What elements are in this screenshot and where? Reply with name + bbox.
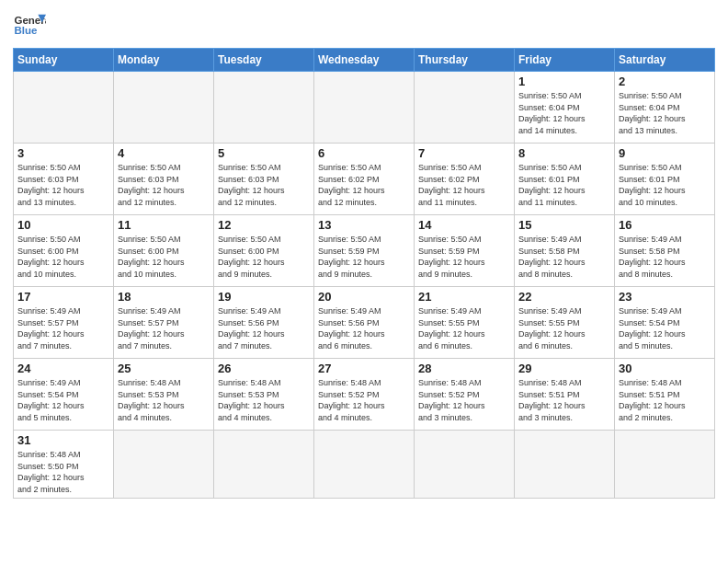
- calendar-cell: 26Sunrise: 5:48 AM Sunset: 5:53 PM Dayli…: [214, 359, 314, 431]
- calendar-week-row: 24Sunrise: 5:49 AM Sunset: 5:54 PM Dayli…: [14, 359, 715, 431]
- calendar-cell: 14Sunrise: 5:50 AM Sunset: 5:59 PM Dayli…: [415, 215, 515, 287]
- day-number: 8: [518, 146, 610, 160]
- calendar-table: SundayMondayTuesdayWednesdayThursdayFrid…: [13, 48, 715, 499]
- day-info: Sunrise: 5:49 AM Sunset: 5:54 PM Dayligh…: [619, 305, 711, 351]
- day-number: 15: [518, 218, 610, 232]
- day-number: 12: [218, 218, 310, 232]
- calendar-cell: [415, 72, 515, 144]
- calendar-cell: 6Sunrise: 5:50 AM Sunset: 6:02 PM Daylig…: [314, 144, 415, 215]
- day-number: 22: [518, 290, 610, 304]
- day-info: Sunrise: 5:49 AM Sunset: 5:55 PM Dayligh…: [418, 305, 510, 351]
- header: General Blue: [13, 9, 715, 42]
- day-number: 21: [418, 290, 510, 304]
- weekday-header-friday: Friday: [515, 49, 615, 72]
- day-info: Sunrise: 5:49 AM Sunset: 5:57 PM Dayligh…: [17, 305, 109, 351]
- day-info: Sunrise: 5:48 AM Sunset: 5:50 PM Dayligh…: [17, 449, 109, 495]
- calendar-cell: [214, 72, 314, 144]
- calendar-cell: [515, 431, 615, 499]
- calendar-cell: 7Sunrise: 5:50 AM Sunset: 6:02 PM Daylig…: [415, 144, 515, 215]
- calendar-cell: 9Sunrise: 5:50 AM Sunset: 6:01 PM Daylig…: [615, 144, 715, 215]
- day-number: 16: [619, 218, 711, 232]
- calendar-week-row: 10Sunrise: 5:50 AM Sunset: 6:00 PM Dayli…: [14, 215, 715, 287]
- calendar-week-row: 17Sunrise: 5:49 AM Sunset: 5:57 PM Dayli…: [14, 287, 715, 359]
- weekday-header-tuesday: Tuesday: [214, 49, 314, 72]
- calendar-cell: 2Sunrise: 5:50 AM Sunset: 6:04 PM Daylig…: [615, 72, 715, 144]
- day-info: Sunrise: 5:50 AM Sunset: 5:59 PM Dayligh…: [418, 234, 510, 280]
- day-info: Sunrise: 5:50 AM Sunset: 6:04 PM Dayligh…: [518, 90, 610, 136]
- day-info: Sunrise: 5:49 AM Sunset: 5:58 PM Dayligh…: [518, 234, 610, 280]
- day-number: 30: [619, 362, 711, 375]
- day-info: Sunrise: 5:49 AM Sunset: 5:55 PM Dayligh…: [518, 305, 610, 351]
- calendar-cell: 30Sunrise: 5:48 AM Sunset: 5:51 PM Dayli…: [615, 359, 715, 431]
- day-number: 7: [418, 146, 510, 160]
- day-info: Sunrise: 5:50 AM Sunset: 6:01 PM Dayligh…: [619, 162, 711, 208]
- calendar-cell: 5Sunrise: 5:50 AM Sunset: 6:03 PM Daylig…: [214, 144, 314, 215]
- day-info: Sunrise: 5:50 AM Sunset: 6:01 PM Dayligh…: [518, 162, 610, 208]
- day-info: Sunrise: 5:50 AM Sunset: 6:02 PM Dayligh…: [418, 162, 510, 208]
- calendar-cell: 21Sunrise: 5:49 AM Sunset: 5:55 PM Dayli…: [415, 287, 515, 359]
- day-number: 1: [518, 75, 610, 88]
- calendar-cell: [314, 431, 415, 499]
- day-number: 28: [418, 362, 510, 375]
- calendar-cell: 15Sunrise: 5:49 AM Sunset: 5:58 PM Dayli…: [515, 215, 615, 287]
- calendar-week-row: 3Sunrise: 5:50 AM Sunset: 6:03 PM Daylig…: [14, 144, 715, 215]
- calendar-cell: 31Sunrise: 5:48 AM Sunset: 5:50 PM Dayli…: [14, 431, 114, 499]
- day-info: Sunrise: 5:48 AM Sunset: 5:51 PM Dayligh…: [518, 377, 610, 423]
- weekday-header-sunday: Sunday: [14, 49, 114, 72]
- day-number: 4: [118, 146, 210, 160]
- day-number: 17: [17, 290, 109, 304]
- day-info: Sunrise: 5:50 AM Sunset: 6:03 PM Dayligh…: [218, 162, 310, 208]
- day-number: 2: [619, 75, 711, 88]
- day-info: Sunrise: 5:48 AM Sunset: 5:53 PM Dayligh…: [218, 377, 310, 423]
- calendar-week-row: 1Sunrise: 5:50 AM Sunset: 6:04 PM Daylig…: [14, 72, 715, 144]
- weekday-header-wednesday: Wednesday: [314, 49, 415, 72]
- day-number: 20: [318, 290, 410, 304]
- day-info: Sunrise: 5:49 AM Sunset: 5:56 PM Dayligh…: [218, 305, 310, 351]
- generalblue-icon: General Blue: [13, 9, 46, 42]
- day-number: 11: [118, 218, 210, 232]
- day-number: 24: [17, 362, 109, 375]
- weekday-header-monday: Monday: [114, 49, 214, 72]
- calendar-cell: 10Sunrise: 5:50 AM Sunset: 6:00 PM Dayli…: [14, 215, 114, 287]
- calendar-cell: [314, 72, 415, 144]
- calendar-cell: 1Sunrise: 5:50 AM Sunset: 6:04 PM Daylig…: [515, 72, 615, 144]
- calendar-cell: [114, 72, 214, 144]
- calendar-cell: 4Sunrise: 5:50 AM Sunset: 6:03 PM Daylig…: [114, 144, 214, 215]
- day-info: Sunrise: 5:50 AM Sunset: 6:00 PM Dayligh…: [218, 234, 310, 280]
- page: General Blue SundayMondayTuesdayWednesda…: [0, 0, 728, 563]
- day-info: Sunrise: 5:49 AM Sunset: 5:58 PM Dayligh…: [619, 234, 711, 280]
- day-number: 6: [318, 146, 410, 160]
- calendar-cell: [14, 72, 114, 144]
- calendar-cell: 29Sunrise: 5:48 AM Sunset: 5:51 PM Dayli…: [515, 359, 615, 431]
- day-info: Sunrise: 5:50 AM Sunset: 5:59 PM Dayligh…: [318, 234, 410, 280]
- calendar-cell: 23Sunrise: 5:49 AM Sunset: 5:54 PM Dayli…: [615, 287, 715, 359]
- calendar-cell: 24Sunrise: 5:49 AM Sunset: 5:54 PM Dayli…: [14, 359, 114, 431]
- calendar-cell: [214, 431, 314, 499]
- day-number: 27: [318, 362, 410, 375]
- day-info: Sunrise: 5:48 AM Sunset: 5:52 PM Dayligh…: [418, 377, 510, 423]
- weekday-header-thursday: Thursday: [415, 49, 515, 72]
- day-info: Sunrise: 5:48 AM Sunset: 5:51 PM Dayligh…: [619, 377, 711, 423]
- day-info: Sunrise: 5:49 AM Sunset: 5:54 PM Dayligh…: [17, 377, 109, 423]
- day-number: 31: [17, 433, 109, 447]
- day-info: Sunrise: 5:50 AM Sunset: 6:00 PM Dayligh…: [17, 234, 109, 280]
- day-number: 18: [118, 290, 210, 304]
- day-number: 13: [318, 218, 410, 232]
- day-number: 10: [17, 218, 109, 232]
- day-info: Sunrise: 5:48 AM Sunset: 5:53 PM Dayligh…: [118, 377, 210, 423]
- weekday-header-saturday: Saturday: [615, 49, 715, 72]
- svg-text:Blue: Blue: [14, 25, 38, 36]
- calendar-cell: 11Sunrise: 5:50 AM Sunset: 6:00 PM Dayli…: [114, 215, 214, 287]
- day-info: Sunrise: 5:50 AM Sunset: 6:02 PM Dayligh…: [318, 162, 410, 208]
- calendar-cell: [114, 431, 214, 499]
- calendar-cell: [615, 431, 715, 499]
- calendar-cell: [415, 431, 515, 499]
- calendar-cell: 17Sunrise: 5:49 AM Sunset: 5:57 PM Dayli…: [14, 287, 114, 359]
- calendar-week-row: 31Sunrise: 5:48 AM Sunset: 5:50 PM Dayli…: [14, 431, 715, 499]
- day-number: 29: [518, 362, 610, 375]
- calendar-cell: 8Sunrise: 5:50 AM Sunset: 6:01 PM Daylig…: [515, 144, 615, 215]
- calendar-cell: 18Sunrise: 5:49 AM Sunset: 5:57 PM Dayli…: [114, 287, 214, 359]
- day-number: 14: [418, 218, 510, 232]
- logo: General Blue: [13, 9, 46, 42]
- day-info: Sunrise: 5:50 AM Sunset: 6:03 PM Dayligh…: [17, 162, 109, 208]
